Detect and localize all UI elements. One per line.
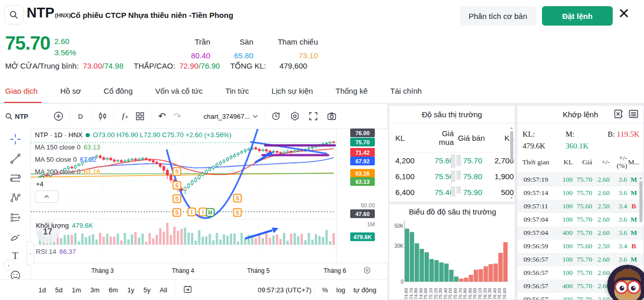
- indicators-button[interactable]: ƒx: [117, 109, 132, 124]
- matches-scrollbar[interactable]: [639, 181, 642, 222]
- timeframe-1y[interactable]: 1y: [123, 286, 139, 294]
- depth-x-label: 76.50: [497, 286, 502, 299]
- scroll-up-arrow[interactable]: ▲: [510, 126, 513, 130]
- timeframe-1m[interactable]: 1m: [67, 286, 86, 294]
- chart-style-button[interactable]: [95, 109, 110, 124]
- matched-orders-header: Thời gian KL Giá +/- +/- (%) M...: [517, 151, 643, 173]
- brush-tool[interactable]: [7, 231, 24, 242]
- ma-legend-row[interactable]: MA 200 close 063.16: [35, 168, 100, 176]
- timeframe-5y[interactable]: 5y: [139, 286, 155, 294]
- ceiling-block: Trần80.40: [180, 35, 210, 62]
- match-price: 75.70: [573, 255, 592, 264]
- floor-price: 65.80: [219, 49, 253, 62]
- fullscreen-button[interactable]: [306, 109, 321, 124]
- interval-button[interactable]: D: [73, 109, 88, 124]
- match-volume: 100: [551, 189, 573, 197]
- scale-auto-toggle[interactable]: tự động: [349, 286, 380, 294]
- panel-collapse-button[interactable]: ‹: [3, 260, 14, 271]
- tab-cổ-đông[interactable]: Cổ đông: [92, 79, 144, 103]
- legend-collapse-button[interactable]: [35, 190, 58, 203]
- scroll-up-arrow[interactable]: ▲: [639, 176, 642, 180]
- symbol-ticker: NTP: [27, 5, 54, 21]
- match-change: 2.50: [592, 242, 610, 250]
- match-volume: 100: [551, 242, 573, 250]
- rsi-legend: RSI 1466.37: [36, 248, 76, 255]
- fundamental-analysis-button[interactable]: Phân tích cơ bản: [460, 6, 536, 26]
- match-price: 75.70: [573, 295, 592, 300]
- fib-lines-tool[interactable]: [7, 173, 24, 184]
- timeframe-3m[interactable]: 3m: [86, 286, 104, 294]
- object-tree-button[interactable]: [287, 109, 303, 124]
- undo-button[interactable]: ↶: [154, 109, 170, 124]
- list-view-icon[interactable]: [629, 109, 638, 119]
- chart-clock[interactable]: 09:57:23 (UTC+7): [258, 286, 311, 294]
- depth-x-label: 75.30: [438, 286, 443, 299]
- layout-grid-button[interactable]: [132, 109, 148, 124]
- price-axis-label: 63.16: [350, 169, 375, 178]
- svg-text:S: S: [236, 210, 239, 216]
- timeframe-1d[interactable]: 1d: [34, 286, 50, 294]
- close-icon[interactable]: ✕: [618, 7, 630, 21]
- depth-scrollbar[interactable]: [510, 131, 513, 162]
- tab-vốn-và-cổ-tức[interactable]: Vốn và cổ tức: [144, 79, 214, 103]
- floor-block: Sàn65.80: [219, 35, 253, 62]
- timeframe-6m[interactable]: 6m: [104, 286, 123, 294]
- place-order-button[interactable]: Đặt lệnh: [542, 6, 613, 26]
- match-change: 2.50: [592, 202, 610, 210]
- price-axis-label: 50.00: [337, 202, 375, 208]
- timeframe-All[interactable]: All: [155, 286, 172, 294]
- tab-giao-dịch[interactable]: Giao dịch: [0, 79, 49, 103]
- ma-value: 67.92: [80, 156, 97, 163]
- tab-lịch-sự-kiện[interactable]: Lịch sự kiện: [260, 79, 325, 103]
- month-label: Tháng 5: [247, 267, 270, 274]
- time-axis-settings-icon[interactable]: [363, 266, 371, 276]
- bid-bar: [451, 186, 455, 197]
- time-axis[interactable]: Tháng 3Tháng 4Tháng 5Tháng 6: [31, 263, 388, 280]
- svg-text:S: S: [175, 210, 179, 216]
- depth-row[interactable]: 6,10075.5075.801,900: [389, 168, 515, 184]
- match-stat-B: B: 119.5K: [608, 128, 639, 152]
- price-change: 2.60 3.56%: [54, 36, 76, 58]
- timeframe-5d[interactable]: 5d: [50, 286, 67, 294]
- chart-layout-name[interactable]: chart_374967...: [204, 113, 258, 120]
- ma-legend-row[interactable]: MA 50 close 067.92: [35, 156, 96, 163]
- match-change: 2.60: [592, 189, 610, 197]
- depth-row[interactable]: 4,20075.6075.702,700: [389, 153, 515, 168]
- match-volume: 100: [551, 269, 573, 277]
- depth-row[interactable]: 6,40075.4075.90500: [389, 184, 515, 200]
- forecast-tool[interactable]: [7, 211, 24, 223]
- depth-x-label: 76.40: [493, 286, 497, 299]
- goto-date-button[interactable]: [178, 285, 197, 295]
- match-change-pct: 3.6: [610, 176, 627, 184]
- tab-hồ-sơ[interactable]: Hồ sơ: [49, 79, 92, 103]
- tab-tin-tức[interactable]: Tin tức: [214, 79, 260, 103]
- tab-tài-chính[interactable]: Tài chính: [379, 79, 433, 103]
- month-label: Tháng 3: [91, 267, 114, 274]
- scale-log-toggle[interactable]: log: [332, 286, 349, 294]
- more-indicators-label[interactable]: +4: [36, 180, 44, 188]
- scroll-down-arrow[interactable]: ▼: [510, 196, 513, 200]
- depth-chart[interactable]: [389, 219, 515, 284]
- chart-symbol-search[interactable]: NTP: [5, 109, 28, 124]
- crosshair-tool[interactable]: [7, 134, 24, 145]
- symbol-search-button[interactable]: [4, 5, 24, 25]
- stat-label: KL:: [522, 128, 566, 140]
- ma-legend-row[interactable]: MA 150 close 063.13: [35, 143, 100, 151]
- tab-thống-kê[interactable]: Thống kê: [324, 79, 379, 103]
- scale-percent-toggle[interactable]: %: [318, 286, 332, 294]
- price-axis[interactable]: 76.0075.7071.4267.9263.1663.1350.0047.60…: [336, 129, 388, 263]
- alert-button[interactable]: [269, 109, 284, 124]
- total-volume: 479,600: [279, 61, 307, 70]
- trend-line-tool[interactable]: [7, 153, 24, 164]
- compare-add-button[interactable]: [51, 109, 66, 124]
- pattern-tool[interactable]: [7, 192, 24, 203]
- match-side: M: [627, 189, 640, 197]
- match-side: B: [627, 242, 640, 250]
- total-volume-label: TỔNG KL:: [230, 61, 266, 70]
- candlestick-icon: [97, 111, 108, 121]
- export-excel-icon[interactable]: [614, 109, 623, 119]
- ask-price: 75.70: [458, 156, 488, 165]
- snapshot-button[interactable]: [324, 109, 339, 124]
- plus-circle-icon: [53, 111, 64, 121]
- chart-legend[interactable]: NTP · 1D · HNX O73.00 H76.90 L72.90 C75.…: [35, 131, 231, 139]
